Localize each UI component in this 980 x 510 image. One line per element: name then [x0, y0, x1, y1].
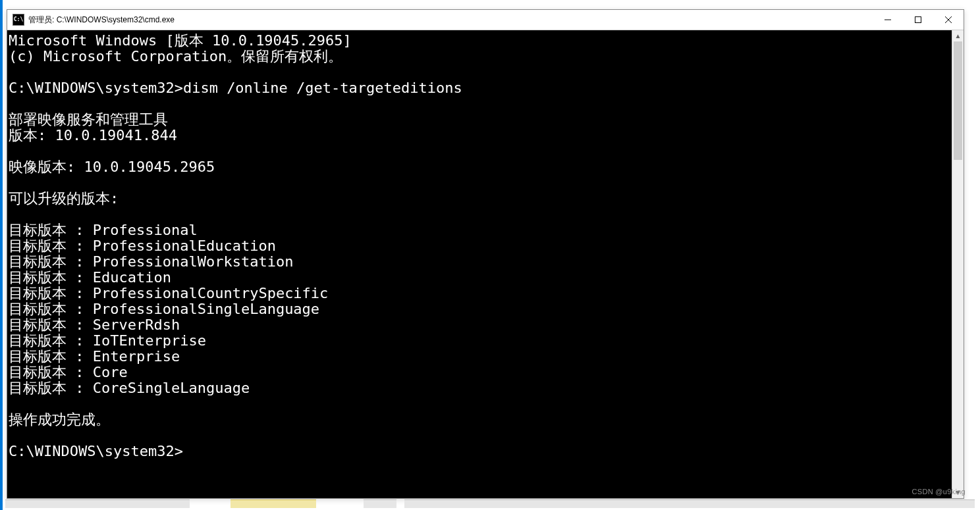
minimize-icon	[885, 16, 891, 23]
scrollbar-thumb[interactable]	[954, 41, 962, 160]
cmd-window: C:\ 管理员: C:\WINDOWS\system32\cmd.exe Mic…	[7, 9, 964, 499]
console-output[interactable]: Microsoft Windows [版本 10.0.19045.2965] (…	[7, 30, 952, 498]
vertical-scrollbar[interactable]: ▲ ▼	[952, 30, 964, 498]
titlebar[interactable]: C:\ 管理员: C:\WINDOWS\system32\cmd.exe	[7, 10, 964, 30]
close-button[interactable]	[933, 10, 964, 30]
svg-rect-0	[915, 17, 921, 23]
cmd-icon: C:\	[13, 14, 24, 26]
maximize-button[interactable]	[903, 10, 933, 30]
taskbar-fragment	[5, 499, 190, 508]
taskbar-fragments	[5, 499, 975, 510]
scroll-down-arrow-icon[interactable]: ▼	[952, 487, 964, 498]
taskbar-fragment	[364, 499, 396, 508]
console-wrap: Microsoft Windows [版本 10.0.19045.2965] (…	[7, 30, 964, 498]
window-title: 管理员: C:\WINDOWS\system32\cmd.exe	[28, 14, 175, 26]
close-icon	[945, 16, 952, 23]
taskbar-fragment	[231, 499, 316, 508]
taskbar-fragment	[404, 499, 975, 508]
scroll-up-arrow-icon[interactable]: ▲	[952, 30, 964, 41]
minimize-button[interactable]	[873, 10, 903, 30]
maximize-icon	[915, 16, 921, 23]
